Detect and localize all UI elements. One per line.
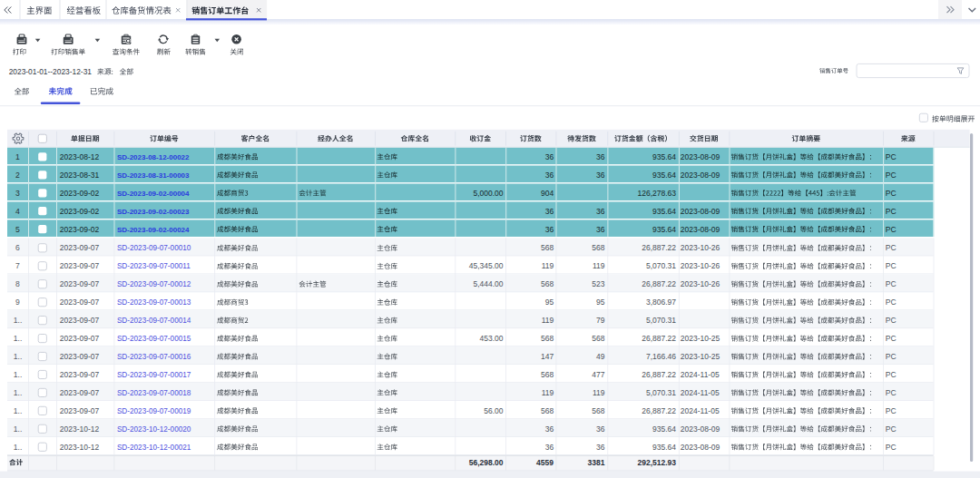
svg-text:1..: 1.. — [14, 388, 23, 397]
svg-text:5,070.31: 5,070.31 — [646, 316, 676, 325]
svg-text:2023-10-26: 2023-10-26 — [681, 261, 720, 270]
svg-text:119: 119 — [593, 261, 605, 270]
svg-text:935.64: 935.64 — [652, 424, 676, 434]
svg-text:26,887.22: 26,887.22 — [642, 334, 676, 343]
svg-text:SD-2023-10-12-00020: SD-2023-10-12-00020 — [117, 425, 191, 434]
svg-text:119: 119 — [542, 261, 554, 270]
svg-text:36: 36 — [596, 225, 605, 234]
svg-text:SD-2023-09-02-00024: SD-2023-09-02-00024 — [117, 226, 190, 234]
svg-text:2023-10-12: 2023-10-12 — [60, 443, 100, 452]
svg-text:SD-2023-10-12-00021: SD-2023-10-12-00021 — [117, 444, 191, 452]
svg-text:4559: 4559 — [536, 458, 554, 467]
svg-text:1..: 1.. — [14, 316, 23, 325]
svg-text:453.00: 453.00 — [480, 334, 504, 343]
svg-text:SD-2023-09-07-00011: SD-2023-09-07-00011 — [117, 262, 191, 270]
svg-text:PC: PC — [886, 171, 897, 180]
svg-text:568: 568 — [592, 243, 604, 252]
svg-text:2023-09-07: 2023-09-07 — [60, 334, 100, 343]
svg-text:3: 3 — [15, 189, 20, 198]
svg-text:568: 568 — [541, 370, 554, 379]
svg-text:49: 49 — [596, 352, 605, 361]
svg-text:2023-08-09: 2023-08-09 — [681, 225, 720, 234]
svg-text:SD-2023-09-07-00015: SD-2023-09-07-00015 — [117, 335, 191, 343]
svg-text:935.64: 935.64 — [652, 443, 676, 452]
svg-text:119: 119 — [542, 388, 554, 397]
svg-text:26,887.22: 26,887.22 — [642, 243, 676, 252]
svg-text:PC: PC — [886, 225, 897, 234]
svg-text:2024-11-05: 2024-11-05 — [681, 370, 720, 379]
svg-text:SD-2023-09-07-00019: SD-2023-09-07-00019 — [117, 407, 191, 415]
svg-text:PC: PC — [886, 261, 897, 270]
svg-text:5,070.31: 5,070.31 — [646, 261, 676, 270]
svg-text:95: 95 — [596, 298, 605, 307]
svg-text:PC: PC — [886, 443, 897, 452]
svg-text:PC: PC — [886, 279, 897, 288]
svg-text:2023-08-12: 2023-08-12 — [60, 152, 100, 161]
svg-text:2024-11-05: 2024-11-05 — [681, 406, 720, 415]
svg-text:36: 36 — [545, 424, 554, 434]
svg-text:1..: 1.. — [14, 443, 23, 452]
svg-text:126,278.63: 126,278.63 — [637, 189, 676, 198]
svg-text:9: 9 — [15, 298, 20, 307]
svg-text:2023-09-02: 2023-09-02 — [60, 207, 100, 216]
svg-text:2023-08-09: 2023-08-09 — [681, 152, 720, 161]
svg-text:6: 6 — [15, 243, 20, 252]
svg-text:147: 147 — [541, 352, 554, 361]
svg-text:1: 1 — [15, 152, 20, 161]
svg-text:2023-09-07: 2023-09-07 — [60, 243, 100, 252]
svg-text:PC: PC — [886, 424, 897, 434]
svg-text:36: 36 — [596, 207, 605, 216]
svg-text:2023-10-26: 2023-10-26 — [681, 279, 720, 288]
svg-text:2023-09-07: 2023-09-07 — [60, 261, 100, 270]
svg-text:3381: 3381 — [588, 458, 605, 467]
svg-text:119: 119 — [593, 388, 605, 397]
svg-text:119: 119 — [542, 316, 554, 325]
svg-text:PC: PC — [886, 152, 897, 161]
svg-text:935.64: 935.64 — [652, 207, 676, 216]
svg-text:2023-08-31: 2023-08-31 — [60, 171, 100, 180]
svg-text:2023-10-25: 2023-10-25 — [681, 334, 720, 343]
svg-text:2023-10-26: 2023-10-26 — [681, 243, 720, 252]
svg-text:2023-08-09: 2023-08-09 — [681, 424, 720, 434]
svg-text:3,806.97: 3,806.97 — [646, 298, 676, 307]
svg-text:2023-09-07: 2023-09-07 — [60, 388, 100, 397]
svg-text:36: 36 — [545, 225, 554, 234]
svg-text:1..: 1.. — [14, 334, 23, 343]
svg-text:36: 36 — [596, 152, 605, 161]
svg-text:935.64: 935.64 — [652, 152, 676, 161]
svg-text:PC: PC — [886, 189, 897, 198]
svg-text:2023-09-07: 2023-09-07 — [60, 370, 100, 379]
svg-text:79: 79 — [596, 316, 605, 325]
svg-text:2023-09-07: 2023-09-07 — [60, 316, 100, 325]
svg-text:PC: PC — [886, 207, 897, 216]
svg-text:SD-2023-09-07-00010: SD-2023-09-07-00010 — [117, 244, 191, 252]
svg-text:PC: PC — [886, 316, 897, 325]
svg-text:36: 36 — [596, 424, 605, 434]
svg-text:36: 36 — [545, 171, 554, 180]
svg-text:45,345.00: 45,345.00 — [469, 261, 504, 270]
svg-text:5: 5 — [15, 225, 20, 234]
svg-text:477: 477 — [592, 370, 604, 379]
svg-text:8: 8 — [15, 279, 20, 288]
svg-text:SD-2023-09-02-00004: SD-2023-09-02-00004 — [117, 190, 190, 198]
svg-text:1..: 1.. — [14, 406, 23, 415]
svg-text:1..: 1.. — [14, 424, 23, 434]
svg-text:PC: PC — [886, 298, 897, 307]
svg-text:2023-10-25: 2023-10-25 — [681, 352, 720, 361]
svg-text:2023-09-07: 2023-09-07 — [60, 279, 100, 288]
svg-text:2: 2 — [15, 171, 20, 180]
svg-text:SD-2023-09-07-00017: SD-2023-09-07-00017 — [117, 371, 191, 379]
svg-text:SD-2023-09-02-00023: SD-2023-09-02-00023 — [117, 208, 190, 216]
svg-text:2023-08-09: 2023-08-09 — [681, 443, 720, 452]
svg-text:36: 36 — [545, 152, 554, 161]
svg-text:PC: PC — [886, 334, 897, 343]
svg-text:7,166.46: 7,166.46 — [646, 352, 676, 361]
svg-text:523: 523 — [592, 279, 604, 288]
svg-text:7: 7 — [15, 261, 20, 270]
svg-text:26,887.22: 26,887.22 — [642, 279, 676, 288]
svg-text:568: 568 — [541, 279, 554, 288]
svg-text:2023-08-09: 2023-08-09 — [681, 171, 720, 180]
svg-text:PC: PC — [886, 370, 897, 379]
svg-text:SD-2023-08-31-00003: SD-2023-08-31-00003 — [117, 171, 190, 180]
svg-text:SD-2023-09-07-00018: SD-2023-09-07-00018 — [117, 389, 191, 397]
